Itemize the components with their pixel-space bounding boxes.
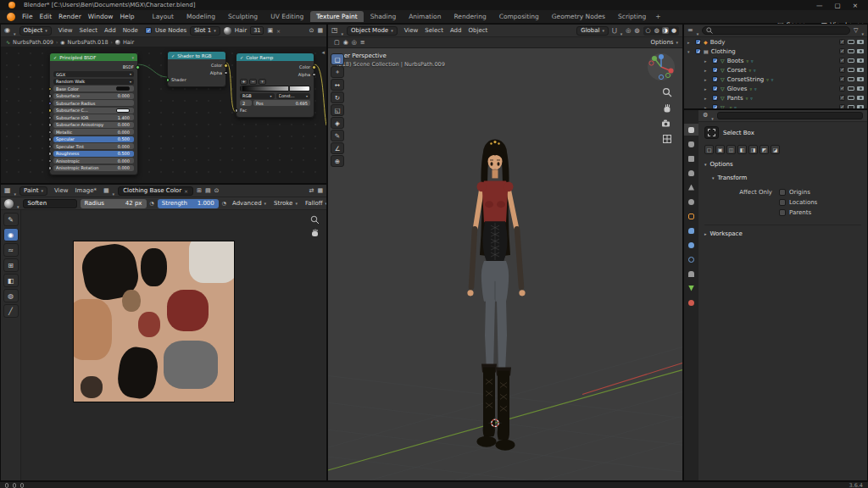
ramp-options-button[interactable] [259, 79, 266, 85]
object-name[interactable]: Gloves [727, 86, 748, 92]
zoom-icon[interactable] [662, 87, 672, 97]
radius-pressure-icon[interactable]: ◔ [150, 201, 154, 206]
ramp-stop-active[interactable] [288, 86, 290, 92]
ramp-stop[interactable] [241, 86, 242, 92]
node-field[interactable]: Anisotropic Rotation 0.000 [53, 165, 134, 171]
color-output-socket[interactable] [224, 64, 228, 68]
expand-arrow-icon[interactable]: ▾ [687, 49, 693, 54]
affect-checkbox[interactable] [779, 209, 786, 216]
viewport-tool-button[interactable]: ↻ [331, 92, 344, 103]
viewport-tool-button[interactable]: ＋ [331, 66, 344, 78]
menu-item[interactable]: Window [85, 13, 117, 20]
workspace-tab[interactable]: Geometry Nodes [546, 11, 611, 22]
add-stop-button[interactable]: + [240, 79, 248, 85]
camera-view-icon[interactable] [661, 119, 672, 128]
paint-tool-button[interactable]: ◧ [3, 274, 19, 287]
node-field[interactable]: Subsurface Radius [53, 100, 134, 106]
outliner-row[interactable]: ▸ ▽ Pants ▿ ▿ [684, 93, 867, 103]
selectable-checkbox[interactable] [839, 95, 845, 101]
properties-tab[interactable] [684, 297, 698, 308]
blender-menu-icon[interactable] [7, 13, 15, 21]
node-field[interactable]: Random Walk ▾ [53, 79, 134, 85]
workspace-tab[interactable]: Modeling [181, 11, 221, 22]
editor-type-icon[interactable]: ◳ [331, 27, 338, 34]
transform-section-header[interactable]: Transform [712, 175, 861, 181]
viewport-tool-button[interactable]: ✎ [331, 130, 344, 141]
tool-option-icon[interactable]: ≡ [359, 39, 367, 46]
viewport-tool-button[interactable]: ⊕ [331, 155, 344, 167]
new-image-icon[interactable]: ⊞ [197, 188, 202, 194]
input-socket[interactable] [48, 137, 53, 141]
viewport-tool-button[interactable]: ∠ [331, 142, 344, 154]
color-output-socket[interactable] [312, 65, 316, 69]
outliner-row[interactable]: ▸ ▽ ▿ ▿ [684, 103, 867, 109]
overlay-icon[interactable]: ▦ [317, 188, 323, 194]
strength-pressure-icon[interactable]: ◔ [222, 201, 226, 206]
stop-position-slider[interactable]: Pos0.695 [253, 100, 310, 106]
node-principled-bsdf[interactable]: Principled BSDF BSDF GGX [49, 53, 138, 175]
alpha-output-socket[interactable] [224, 71, 228, 75]
input-socket[interactable] [48, 102, 53, 106]
workspace-tab[interactable]: Sculpting [222, 11, 264, 22]
node-canvas[interactable]: ◂ Principled BSDF BSDF GGX [1, 47, 326, 183]
viewport-visibility-icon[interactable] [848, 40, 854, 45]
enable-checkbox[interactable] [712, 76, 718, 82]
viewport-visibility-icon[interactable] [848, 49, 854, 54]
enable-checkbox[interactable] [695, 39, 701, 45]
outliner-row[interactable]: ▾ ▤ Clothing [684, 47, 867, 56]
enable-checkbox[interactable] [712, 86, 718, 92]
menu-item[interactable]: View [51, 187, 72, 194]
menu-item[interactable]: Select [421, 27, 447, 34]
stop-index-field[interactable]: 2 [240, 100, 252, 106]
properties-tab[interactable] [684, 225, 698, 236]
zoom-icon[interactable] [310, 215, 320, 225]
browse-image-icon[interactable]: ▦ [103, 188, 109, 194]
selectable-checkbox[interactable] [839, 76, 845, 82]
paint-tool-button[interactable]: ⊞ [3, 258, 19, 272]
editor-type-icon[interactable]: ◉ [4, 27, 10, 34]
menu-item[interactable]: Object [465, 27, 492, 34]
enable-checkbox[interactable] [712, 58, 718, 64]
material-name[interactable]: Hair [235, 27, 247, 34]
color-swatch[interactable] [116, 108, 130, 113]
properties-tab[interactable] [684, 282, 698, 294]
node-field[interactable]: Subsurface IOR 1.400 [53, 114, 134, 120]
snap-magnet-icon[interactable]: ⋃ [612, 28, 617, 34]
input-socket[interactable] [48, 130, 53, 135]
interpolation-dropdown[interactable]: Const...▾ [276, 93, 311, 99]
menu-item[interactable]: Select [75, 27, 101, 34]
input-socket[interactable] [48, 152, 53, 156]
shader-type-dropdown[interactable]: Object [19, 26, 52, 36]
viewport-tool-button[interactable]: ↔ [331, 79, 344, 91]
viewport-tool-button[interactable]: ◈ [331, 117, 344, 129]
object-name[interactable]: CorsetString [727, 76, 765, 83]
node-shader-to-rgb[interactable]: Shader to RGB Color Alpha Shader [167, 51, 226, 87]
tool-option-button[interactable]: ▢ [704, 145, 714, 154]
input-socket[interactable] [48, 159, 53, 164]
properties-tab[interactable] [684, 138, 698, 150]
add-workspace-button[interactable]: + [652, 11, 664, 22]
perspective-toggle-icon[interactable] [662, 134, 672, 144]
color-mode-dropdown[interactable]: RGB▾ [240, 93, 275, 99]
node-field[interactable]: Base Color [53, 86, 134, 92]
node-field[interactable]: GGX ▾ [53, 71, 134, 77]
enable-checkbox[interactable] [712, 95, 718, 101]
viewport-visibility-icon[interactable] [848, 77, 854, 82]
menu-item[interactable]: Add [447, 27, 465, 34]
workspace-section-header[interactable]: Workspace [704, 225, 861, 237]
options-dropdown[interactable]: Options [650, 39, 678, 46]
image-canvas[interactable] [21, 210, 326, 480]
render-visibility-icon[interactable] [857, 77, 864, 82]
render-visibility-icon[interactable] [857, 58, 864, 64]
menu-item[interactable]: Help [116, 13, 137, 20]
properties-tab[interactable] [684, 124, 698, 136]
menu-item[interactable]: Image* [72, 187, 100, 194]
outliner-row[interactable]: ▸ ▽ Gloves ▿ ▿ [684, 84, 867, 93]
object-name[interactable]: Body [710, 39, 726, 46]
navigation-gizmo[interactable] [647, 53, 676, 85]
brush-preview-icon[interactable] [4, 199, 14, 208]
breadcrumb-field[interactable] [717, 112, 863, 119]
pin-icon[interactable]: ⊙ [214, 188, 220, 194]
input-socket[interactable] [48, 116, 53, 120]
shader-input-socket[interactable] [166, 78, 170, 82]
